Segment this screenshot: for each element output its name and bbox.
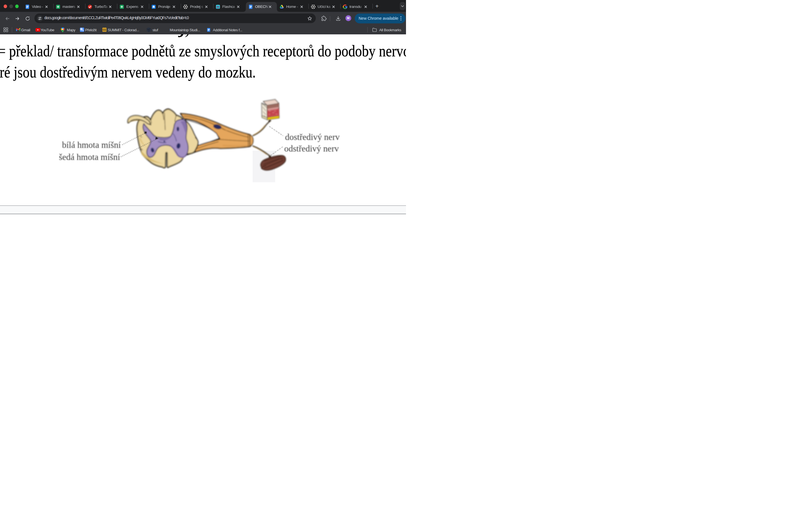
svg-text:CC: CC bbox=[103, 29, 106, 31]
svg-text:bílá hmota míšní: bílá hmota míšní bbox=[62, 140, 121, 150]
svg-text:G: G bbox=[82, 29, 84, 32]
svg-text:šedá hmota míšní: šedá hmota míšní bbox=[59, 152, 120, 162]
svg-text:odstředivý nerv: odstředivý nerv bbox=[284, 144, 339, 154]
svg-text:dostředivý nerv: dostředivý nerv bbox=[285, 132, 340, 142]
